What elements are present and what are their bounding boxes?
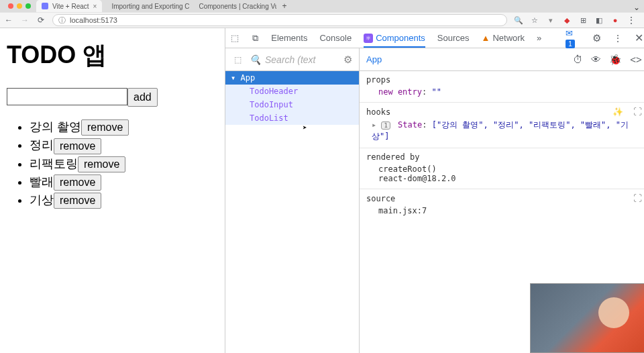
webcam-overlay[interactable] (530, 283, 644, 353)
rendered-by-item[interactable]: react-dom@18.2.0 (378, 174, 642, 183)
cursor-icon: ➤ (303, 123, 307, 132)
tab-console[interactable]: Console (319, 33, 352, 43)
wand-icon[interactable]: ✨ (612, 107, 623, 117)
browser-chrome: Vite + React × Importing and Exporting C… (0, 0, 644, 28)
hooks-section: hooks ✨ ⛶ ▸ 1 State: ["강의 촬영", "정리", "리팩… (360, 103, 644, 148)
colon: : (422, 87, 431, 97)
code-icon[interactable]: <> (630, 54, 642, 66)
section-title: props (366, 75, 390, 85)
todo-text: 기상 (30, 193, 54, 207)
prop-key: new entry (378, 87, 422, 97)
minimize-window-icon[interactable] (17, 3, 22, 9)
tab-sources[interactable]: Sources (437, 33, 470, 43)
list-item: 기상remove (30, 192, 218, 209)
react-icon: ⚛ (364, 34, 373, 43)
reload-button[interactable]: ⟳ (36, 15, 46, 25)
tab-network[interactable]: ▲ Network (482, 33, 525, 43)
tree-node[interactable]: TodoList (225, 111, 359, 125)
eye-icon[interactable]: 👁 (591, 54, 601, 66)
extensions-icon[interactable]: ⊞ (578, 15, 588, 25)
tab-components[interactable]: ⚛ Components (364, 33, 425, 48)
section-title: source (366, 194, 395, 203)
tab-title: Importing and Exporting Com (111, 3, 189, 10)
rendered-page: TODO 앱 add 강의 촬영remove 정리remove 리팩토링remo… (0, 28, 225, 353)
new-todo-input[interactable] (7, 88, 127, 105)
tree-node[interactable]: TodoHeader (225, 85, 359, 98)
favicon-icon (42, 3, 48, 9)
remove-button[interactable]: remove (54, 174, 101, 191)
prop-value[interactable]: "" (431, 87, 441, 97)
new-tab-button[interactable]: + (276, 1, 292, 11)
messages-icon[interactable]: ✉ 1 (566, 28, 580, 48)
component-tree: App TodoHeader TodoInput TodoList ➤ (225, 71, 360, 353)
page-title: TODO 앱 (7, 39, 218, 72)
more-tabs-button[interactable]: » (537, 33, 541, 43)
site-info-icon[interactable]: ⓘ (58, 15, 66, 26)
list-item: 정리remove (30, 137, 218, 154)
close-devtools-icon[interactable]: ✕ (635, 32, 643, 44)
star-icon[interactable]: ☆ (530, 15, 539, 25)
extension-icon[interactable]: ◆ (562, 15, 572, 25)
menu-icon[interactable]: ⋮ (627, 15, 636, 25)
search-input[interactable]: Search (text (265, 54, 315, 65)
todo-text: 빨래 (30, 175, 54, 189)
address-row: ← → ⟳ ⓘ localhost:5173 🔍 ☆ ▾ ◆ ⊞ ◧ ● ⋮ (0, 12, 644, 28)
todo-text: 강의 촬영 (30, 120, 81, 134)
devtools-menu-icon[interactable]: ⋮ (613, 33, 623, 44)
hook-index-badge: 1 (381, 121, 390, 130)
url-text: localhost:5173 (70, 16, 117, 24)
window-controls[interactable] (3, 3, 36, 9)
select-element-icon[interactable]: ⬚ (232, 54, 243, 65)
rendered-by-item[interactable]: createRoot() (378, 164, 642, 174)
gear-icon[interactable]: ⚙ (592, 32, 601, 44)
tab-elements[interactable]: Elements (271, 33, 307, 43)
sidepanel-icon[interactable]: ◧ (594, 15, 604, 25)
selected-component-name: App (366, 54, 382, 64)
todo-text: 리팩토링 (30, 157, 78, 170)
extension-icon[interactable]: ▾ (546, 15, 555, 25)
remove-button[interactable]: remove (54, 193, 101, 209)
device-toolbar-icon[interactable]: ⧉ (251, 33, 259, 44)
maximize-window-icon[interactable] (25, 3, 31, 9)
warning-icon: ▲ (482, 33, 490, 43)
source-location[interactable]: main.jsx:7 (378, 206, 427, 215)
remove-button[interactable]: remove (54, 138, 101, 154)
bug-icon[interactable]: 🐞 (609, 54, 622, 66)
stopwatch-icon[interactable]: ⏱ (573, 54, 583, 66)
rendered-by-section: rendered by createRoot() react-dom@18.2.… (360, 148, 644, 189)
browser-tab-0[interactable]: Vite + React × (36, 0, 102, 12)
tree-node[interactable]: TodoInput (225, 98, 359, 111)
section-title: rendered by (366, 152, 419, 162)
tab-strip: Vite + React × Importing and Exporting C… (0, 0, 644, 12)
expand-icon[interactable]: ⛶ (633, 193, 642, 203)
add-button[interactable]: add (127, 88, 158, 107)
profile-icon[interactable]: ● (610, 15, 620, 25)
close-tab-icon[interactable]: × (93, 3, 97, 10)
inspect-element-icon[interactable]: ⬚ (231, 33, 239, 44)
props-section: props new entry: "" (360, 71, 644, 103)
hook-key: State (398, 120, 422, 130)
react-devtools-toolbar: ⬚ 🔍 Search (text ⚙ App ⏱ 👁 🐞 <> (225, 48, 644, 71)
expand-icon[interactable]: ⛶ (633, 107, 642, 117)
gear-icon[interactable]: ⚙ (343, 54, 352, 66)
todo-list: 강의 촬영remove 정리remove 리팩토링remove 빨래remove… (7, 119, 218, 209)
list-item: 리팩토링remove (30, 156, 218, 172)
tree-node-app[interactable]: App (225, 71, 359, 85)
address-bar[interactable]: ⓘ localhost:5173 (52, 14, 507, 26)
forward-button[interactable]: → (20, 15, 30, 25)
tab-title: Vite + React (52, 3, 89, 10)
devtools-panel: ⬚ ⧉ Elements Console ⚛ Components Source… (225, 28, 644, 353)
browser-tab-2[interactable]: Components | Cracking Vue × (189, 0, 276, 12)
remove-button[interactable]: remove (78, 156, 125, 172)
close-window-icon[interactable] (8, 3, 13, 9)
expand-toggle[interactable]: ▸ (372, 120, 381, 130)
remove-button[interactable]: remove (81, 119, 129, 136)
tab-title: Components | Cracking Vue (199, 3, 276, 10)
back-button[interactable]: ← (4, 15, 13, 25)
search-icon[interactable]: 🔍 (250, 54, 261, 65)
search-icon[interactable]: 🔍 (514, 15, 523, 25)
section-title: hooks (366, 107, 390, 117)
browser-tab-1[interactable]: Importing and Exporting Com × (102, 0, 189, 12)
devtools-tabs: ⬚ ⧉ Elements Console ⚛ Components Source… (225, 28, 644, 48)
chevron-down-icon[interactable]: ⌄ (633, 3, 640, 12)
